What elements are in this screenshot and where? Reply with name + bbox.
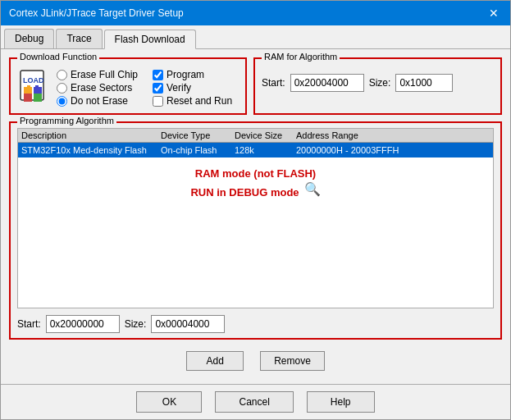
tab-flash-download[interactable]: Flash Download <box>104 30 196 49</box>
add-button[interactable]: Add <box>186 351 244 371</box>
svg-rect-5 <box>35 85 39 89</box>
checkbox-program-input[interactable] <box>153 70 163 80</box>
ram-algorithm-group: RAM for Algorithm Start: Size: <box>253 57 502 115</box>
radio-do-not-erase[interactable]: Do not Erase <box>57 95 138 107</box>
checkbox-program-label: Program <box>167 69 204 80</box>
row-device-type: On-chip Flash <box>161 145 235 155</box>
checkbox-reset-run-label: Reset and Run <box>167 95 232 107</box>
checkbox-verify[interactable]: Verify <box>153 82 232 94</box>
checkbox-program[interactable]: Program <box>153 69 232 80</box>
prog-algo-label: Programming Algorithm <box>17 116 116 126</box>
magnify-icon: 🔍 <box>304 181 321 197</box>
load-icon-svg: LOAD <box>17 69 50 102</box>
df-inner: LOAD E <box>17 69 239 107</box>
warning-line1: RAM mode (not FLASH) <box>18 167 493 180</box>
programming-algorithm-group: Programming Algorithm Description Device… <box>9 121 502 340</box>
row-device-size: 128k <box>235 145 296 155</box>
svg-rect-7 <box>34 94 42 102</box>
bottom-start-input[interactable] <box>46 315 120 333</box>
close-button[interactable]: ✕ <box>486 7 502 20</box>
checkbox-verify-input[interactable] <box>153 83 163 94</box>
col-device-size: Device Size <box>235 130 296 140</box>
action-button-row: Add Remove <box>9 346 502 376</box>
ram-start-input[interactable] <box>290 74 364 92</box>
svg-rect-6 <box>24 94 32 102</box>
window-title: Cortex JLink/JTrace Target Driver Setup <box>9 7 184 19</box>
prog-algo-container: Programming Algorithm Description Device… <box>9 121 502 340</box>
load-icon: LOAD <box>17 69 50 104</box>
row-address-range: 20000000H - 20003FFFH <box>296 145 490 155</box>
svg-rect-3 <box>27 85 30 89</box>
radio-do-not-erase-label: Do not Erase <box>71 95 128 107</box>
svg-text:LOAD: LOAD <box>23 76 44 84</box>
col-description: Description <box>21 130 161 140</box>
remove-button[interactable]: Remove <box>260 351 325 371</box>
tab-trace[interactable]: Trace <box>56 29 102 48</box>
checkbox-group: Program Verify Reset and Run <box>153 69 232 107</box>
ram-size-input[interactable] <box>395 74 453 92</box>
radio-erase-sectors[interactable]: Erase Sectors <box>57 82 138 94</box>
row-description: STM32F10x Med-density Flash <box>21 145 161 155</box>
bottom-size-label: Size: <box>125 318 147 330</box>
top-row: Download Function LOAD <box>9 57 502 115</box>
col-address-range: Address Range <box>296 130 490 140</box>
main-content: Download Function LOAD <box>1 49 510 384</box>
checkbox-verify-label: Verify <box>167 82 191 94</box>
radio-erase-sectors-label: Erase Sectors <box>71 82 132 94</box>
ram-algorithm-label: RAM for Algorithm <box>262 52 340 62</box>
checkbox-reset-run[interactable]: Reset and Run <box>153 95 232 107</box>
bottom-start-label: Start: <box>17 318 41 330</box>
col-device-type: Device Type <box>161 130 235 140</box>
ram-size-label: Size: <box>369 77 391 89</box>
radio-erase-full-chip[interactable]: Erase Full Chip <box>57 69 138 80</box>
checkbox-reset-run-input[interactable] <box>153 96 163 107</box>
ram-start-row: Start: Size: <box>262 74 494 92</box>
ok-button[interactable]: OK <box>136 391 202 413</box>
prog-table: Description Device Type Device Size Addr… <box>17 128 494 308</box>
title-bar: Cortex JLink/JTrace Target Driver Setup … <box>1 1 510 25</box>
radio-erase-full-chip-label: Erase Full Chip <box>71 69 138 80</box>
warning-line2-row: RUN in DEBUG mode 🔍 <box>18 180 493 199</box>
download-function-label: Download Function <box>17 52 99 62</box>
table-header: Description Device Type Device Size Addr… <box>18 129 493 143</box>
radio-erase-sectors-input[interactable] <box>57 83 67 94</box>
table-row[interactable]: STM32F10x Med-density Flash On-chip Flas… <box>18 143 493 158</box>
cancel-button[interactable]: Cancel <box>215 391 293 413</box>
bottom-size-input[interactable] <box>151 315 225 333</box>
warning-line2: RUN in DEBUG mode <box>190 186 299 199</box>
download-function-group: Download Function LOAD <box>9 57 247 115</box>
tab-bar: Debug Trace Flash Download <box>1 25 510 49</box>
warning-area: RAM mode (not FLASH) RUN in DEBUG mode 🔍 <box>18 167 493 199</box>
main-window: Cortex JLink/JTrace Target Driver Setup … <box>0 0 511 420</box>
footer: OK Cancel Help <box>1 384 510 419</box>
radio-erase-full-chip-input[interactable] <box>57 70 67 80</box>
ram-start-label: Start: <box>262 77 285 89</box>
radio-do-not-erase-input[interactable] <box>57 96 67 107</box>
help-button[interactable]: Help <box>307 391 375 413</box>
radio-group: Erase Full Chip Erase Sectors Do not Era… <box>57 69 138 107</box>
tab-debug[interactable]: Debug <box>4 29 54 48</box>
bottom-inputs-row: Start: Size: <box>17 315 494 333</box>
